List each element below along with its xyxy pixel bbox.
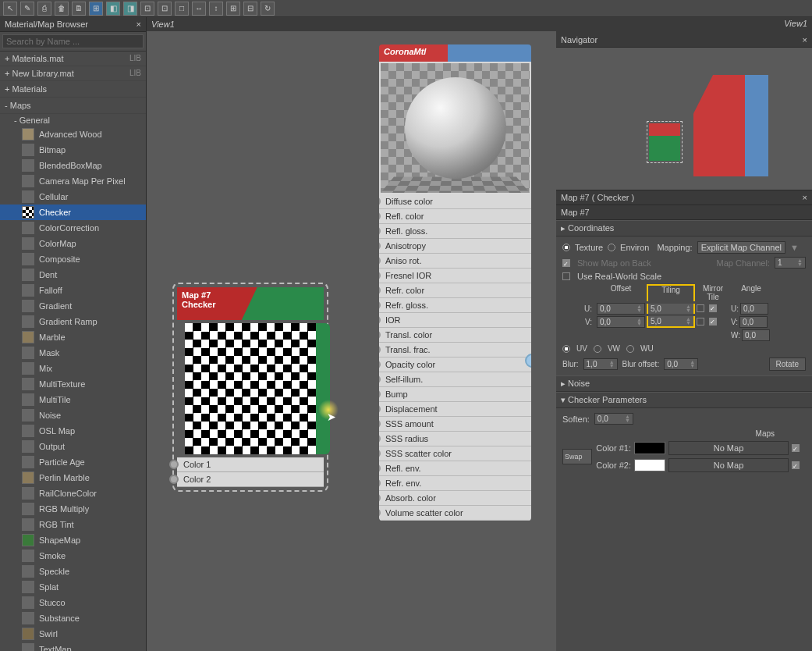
tool-arrv[interactable]: ↕ <box>209 2 223 16</box>
mapping-select[interactable]: Explicit Map Channel <box>697 241 785 254</box>
slot-port[interactable] <box>379 404 381 414</box>
material-slot[interactable]: Anisotropy <box>379 239 531 254</box>
tile-v[interactable] <box>709 318 717 326</box>
slot-port[interactable] <box>379 464 381 473</box>
color2-enable[interactable] <box>792 461 800 469</box>
material-slot[interactable]: Refl. env. <box>379 461 531 476</box>
map-type-item[interactable]: Smoke <box>0 548 146 564</box>
map-type-item[interactable]: RGB Tint <box>0 517 146 532</box>
map-name-field[interactable]: Map #7 <box>556 205 812 220</box>
tool-cursor[interactable]: ↖ <box>3 2 17 16</box>
checker-params-rollout[interactable]: ▾ Checker Parameters <box>556 392 812 408</box>
map-type-item[interactable]: Swirl <box>0 626 146 642</box>
mirror-u[interactable] <box>697 304 704 312</box>
material-slot[interactable]: SSS scatter color <box>379 446 531 461</box>
map-type-item[interactable]: ShapeMap <box>0 532 146 548</box>
offset-u[interactable]: 0,0▲▼ <box>597 303 645 315</box>
map-type-item[interactable]: Checker <box>0 205 146 220</box>
map-type-item[interactable]: Dent <box>0 267 146 283</box>
material-slot[interactable]: Bump <box>379 387 531 402</box>
angle-u[interactable]: 0,0 <box>740 303 768 315</box>
swap-button[interactable]: Swap <box>562 449 592 464</box>
blur-offset-spinner[interactable]: 0,0▲▼ <box>664 358 698 370</box>
noise-rollout[interactable]: ▸ Noise <box>556 375 812 392</box>
map-type-item[interactable]: Output <box>0 439 146 454</box>
tool-plus[interactable]: ⊞ <box>226 2 240 16</box>
color2-swatch[interactable] <box>634 459 665 471</box>
slot-port[interactable] <box>379 212 381 221</box>
tool-box3[interactable]: □ <box>175 2 189 16</box>
tool-refresh[interactable]: ↻ <box>261 2 275 16</box>
soften-spinner[interactable]: 0,0▲▼ <box>594 413 633 425</box>
close-icon[interactable]: × <box>803 193 807 202</box>
map-type-item[interactable]: ColorCorrection <box>0 220 146 236</box>
material-slot[interactable]: SSS amount <box>379 417 531 432</box>
angle-w[interactable]: 0,0 <box>742 329 770 341</box>
map-type-item[interactable]: ColorMap <box>0 236 146 251</box>
general-section[interactable]: - General <box>0 114 146 126</box>
environ-radio[interactable] <box>608 244 615 251</box>
close-icon[interactable]: × <box>137 20 141 29</box>
blur-spinner[interactable]: 1,0▲▼ <box>583 358 618 370</box>
material-slot[interactable]: Opacity color <box>379 358 531 372</box>
slot-port[interactable] <box>379 286 381 295</box>
map-type-item[interactable]: Composite <box>0 251 146 267</box>
show-map-checkbox[interactable] <box>562 259 570 267</box>
slot-port[interactable] <box>379 508 381 518</box>
slot-port[interactable] <box>379 330 381 340</box>
tiling-u[interactable]: 5,0▲▼ <box>647 304 695 314</box>
tool-box1[interactable]: ⊡ <box>140 2 154 16</box>
offset-v[interactable]: 0,0▲▼ <box>597 316 645 328</box>
map-type-item[interactable]: Perlin Marble <box>0 470 146 486</box>
tool-minus[interactable]: ⊟ <box>243 2 257 16</box>
corona-material-node[interactable]: CoronaMtl Diffuse colorRefl. colorRefl. … <box>379 44 531 521</box>
real-world-checkbox[interactable] <box>562 272 570 280</box>
tool-grid[interactable]: ⊞ <box>89 2 103 16</box>
material-slot[interactable]: SSS radius <box>379 432 531 446</box>
slot-port[interactable] <box>379 345 381 354</box>
color1-enable[interactable] <box>792 444 800 452</box>
map-type-item[interactable]: Noise <box>0 407 146 423</box>
slot-port[interactable] <box>379 197 381 206</box>
slot-port[interactable] <box>379 493 381 503</box>
slot-port[interactable] <box>379 449 381 458</box>
map-type-item[interactable]: Splat <box>0 579 146 595</box>
tool-delete[interactable]: 🗑 <box>55 2 69 16</box>
tool-h[interactable]: ◧ <box>106 2 120 16</box>
angle-v[interactable]: 0,0 <box>739 316 768 328</box>
material-slot[interactable]: Volume scatter color <box>379 506 531 521</box>
slot-port[interactable] <box>379 375 381 384</box>
material-slot[interactable]: Displacement <box>379 402 531 417</box>
color1-slot[interactable]: Color 1 <box>177 457 324 472</box>
map-type-item[interactable]: TextMap <box>0 642 146 651</box>
slot-port[interactable] <box>379 301 381 310</box>
slot-port[interactable] <box>379 360 381 369</box>
tile-u[interactable] <box>709 304 717 312</box>
tool-doc[interactable]: 🗎 <box>72 2 86 16</box>
map-type-item[interactable]: Substance <box>0 610 146 626</box>
tool-edit[interactable]: ✎ <box>20 2 34 16</box>
map-type-item[interactable]: OSL Map <box>0 423 146 439</box>
map-type-item[interactable]: Gradient Ramp <box>0 314 146 329</box>
material-slot[interactable]: Refr. color <box>379 283 531 298</box>
slot-port[interactable] <box>379 478 381 488</box>
map-type-item[interactable]: Cellular <box>0 189 146 205</box>
close-icon[interactable]: × <box>803 35 807 44</box>
lib-row[interactable]: + New Library.matLIB <box>0 66 146 81</box>
mirror-v[interactable] <box>697 318 704 326</box>
map-type-item[interactable]: MultiTexture <box>0 376 146 392</box>
material-slot[interactable]: Aniso rot. <box>379 254 531 269</box>
navigator-canvas[interactable] <box>556 48 812 182</box>
search-input[interactable] <box>2 34 144 48</box>
vw-radio[interactable] <box>594 345 601 353</box>
lib-row[interactable]: + Materials.matLIB <box>0 52 146 66</box>
slot-port[interactable] <box>379 390 381 399</box>
map-type-item[interactable]: Camera Map Per Pixel <box>0 173 146 189</box>
texture-radio[interactable] <box>562 244 570 251</box>
map-channel-spinner[interactable]: 1▲▼ <box>775 257 806 269</box>
materials-section[interactable]: + Materials <box>0 81 146 98</box>
wu-radio[interactable] <box>626 345 634 353</box>
material-slot[interactable]: Self-illum. <box>379 372 531 387</box>
map-type-item[interactable]: Advanced Wood <box>0 126 146 142</box>
slot-port[interactable] <box>379 271 381 280</box>
